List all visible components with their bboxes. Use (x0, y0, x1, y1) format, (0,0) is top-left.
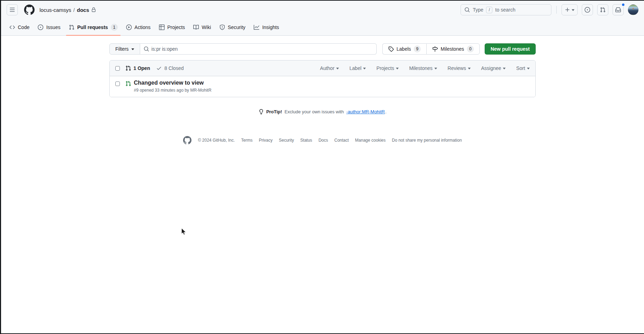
footer-link-terms[interactable]: Terms (241, 138, 253, 143)
sort-dropdown[interactable]: Sort (516, 65, 530, 71)
footer-copyright: © 2024 GitHub, Inc. (198, 138, 235, 143)
sort-dropdown-label: Sort (516, 65, 525, 71)
github-logo[interactable] (24, 5, 35, 15)
pull-requests-list: 1 Open 8 Closed Author Label Projects Mi… (109, 60, 536, 97)
inbox-wrap (613, 4, 624, 15)
chevron-down-icon (527, 67, 530, 71)
list-filter-dropdowns: Author Label Projects Milestones Reviews… (320, 65, 530, 71)
global-issues-button[interactable] (582, 4, 593, 15)
footer-link-privacy[interactable]: Privacy (259, 138, 273, 143)
github-mark-icon (183, 136, 191, 144)
breadcrumb-repo-link[interactable]: docs (77, 7, 89, 13)
unread-notification-dot (621, 3, 625, 7)
closed-count-label: 8 Closed (164, 65, 183, 71)
pr-main: Changed overview to view #9 opened 33 mi… (134, 80, 211, 93)
tab-actions[interactable]: Actions (123, 19, 153, 35)
issues-search-input[interactable] (140, 43, 377, 55)
projects-dropdown-label: Projects (376, 65, 394, 71)
search-placeholder-prefix: Type (473, 7, 483, 13)
assignee-dropdown-label: Assignee (481, 65, 501, 71)
protip-bold: ProTip! (266, 109, 282, 114)
protip: ProTip! Exclude your own issues with -au… (109, 109, 536, 114)
tab-insights[interactable]: Insights (251, 19, 282, 35)
pull-requests-count-badge: 1 (111, 24, 118, 31)
label-dropdown[interactable]: Label (349, 65, 366, 71)
reviews-dropdown-label: Reviews (448, 65, 466, 71)
milestones-dropdown-label: Milestones (409, 65, 433, 71)
book-icon (193, 24, 199, 30)
search-icon (144, 46, 149, 52)
chevron-down-icon (396, 67, 399, 71)
breadcrumb-separator: / (73, 7, 75, 13)
open-count-label: 1 Open (133, 65, 150, 71)
graph-icon (254, 24, 259, 30)
protip-text: Exclude your own issues with (284, 109, 344, 114)
tab-wiki[interactable]: Wiki (190, 19, 214, 35)
projects-dropdown[interactable]: Projects (376, 65, 399, 71)
milestones-dropdown[interactable]: Milestones (409, 65, 437, 71)
pr-title-link[interactable]: Changed overview to view (134, 80, 204, 86)
tab-insights-label: Insights (262, 24, 279, 30)
query-wrap (140, 43, 377, 55)
tab-security[interactable]: Security (217, 19, 248, 35)
tab-code[interactable]: Code (7, 19, 32, 35)
milestones-count-badge: 0 (467, 45, 474, 52)
footer-link-do-not-share[interactable]: Do not share my personal information (392, 138, 462, 143)
global-pull-requests-button[interactable] (597, 4, 608, 15)
chevron-down-icon (503, 67, 506, 71)
tab-projects-label: Projects (167, 24, 185, 30)
tag-icon (388, 46, 394, 52)
user-avatar[interactable] (628, 5, 638, 15)
author-dropdown[interactable]: Author (320, 65, 339, 71)
footer-link-docs[interactable]: Docs (318, 138, 328, 143)
tab-pull-requests-label: Pull requests (77, 24, 108, 30)
reviews-dropdown[interactable]: Reviews (448, 65, 471, 71)
footer-link-status[interactable]: Status (300, 138, 312, 143)
labels-button[interactable]: Labels 9 (382, 43, 426, 55)
milestones-button[interactable]: Milestones 0 (426, 43, 480, 55)
search-placeholder-suffix: to search (495, 7, 515, 13)
filters-label: Filters (115, 46, 129, 52)
author-dropdown-label: Author (320, 65, 334, 71)
tab-issues[interactable]: Issues (35, 19, 63, 35)
breadcrumb-owner-link[interactable]: locus-camsys (39, 7, 71, 13)
chevron-down-icon (468, 67, 471, 71)
plus-icon (565, 7, 570, 13)
row-checkbox[interactable] (115, 81, 120, 86)
footer: © 2024 GitHub, Inc. Terms Privacy Securi… (109, 136, 536, 144)
new-pull-request-button[interactable]: New pull request (485, 43, 536, 55)
hamburger-menu-button[interactable] (7, 4, 18, 15)
footer-link-security[interactable]: Security (279, 138, 294, 143)
play-icon (126, 24, 132, 30)
pull-request-row: Changed overview to view #9 opened 33 mi… (110, 76, 535, 97)
tab-issues-label: Issues (46, 24, 60, 30)
pr-meta: #9 opened 33 minutes ago by MR-MohitR (134, 88, 211, 93)
protip-link[interactable]: -author:MR-MohitR (346, 109, 385, 114)
tab-projects[interactable]: Projects (156, 19, 188, 35)
create-new-button[interactable] (562, 4, 578, 15)
assignee-dropdown[interactable]: Assignee (481, 65, 506, 71)
milestones-label: Milestones (441, 46, 464, 52)
table-icon (159, 24, 165, 30)
tab-pull-requests[interactable]: Pull requests 1 (66, 19, 121, 35)
footer-link-manage-cookies[interactable]: Manage cookies (355, 138, 385, 143)
chevron-down-icon (434, 67, 437, 71)
repo-nav: Code Issues Pull requests 1 Actions Pr (1, 19, 644, 36)
labels-milestones-group: Labels 9 Milestones 0 (382, 43, 480, 55)
footer-link-contact[interactable]: Contact (334, 138, 349, 143)
open-filter-link[interactable]: 1 Open (125, 65, 150, 71)
issue-opened-icon (585, 7, 590, 13)
tab-actions-label: Actions (135, 24, 151, 30)
closed-filter-link[interactable]: 8 Closed (156, 65, 183, 71)
light-bulb-icon (259, 109, 264, 114)
select-all-checkbox[interactable] (115, 66, 120, 71)
search-icon (464, 7, 470, 13)
slash-key-hint: / (486, 7, 492, 13)
chevron-down-icon (363, 67, 366, 71)
chevron-down-icon (131, 48, 134, 51)
protip-period: . (385, 109, 386, 114)
global-search-input[interactable]: Type / to search (461, 4, 551, 15)
check-icon (156, 65, 162, 71)
git-pull-request-icon (125, 65, 131, 71)
filters-dropdown-button[interactable]: Filters (109, 43, 140, 55)
